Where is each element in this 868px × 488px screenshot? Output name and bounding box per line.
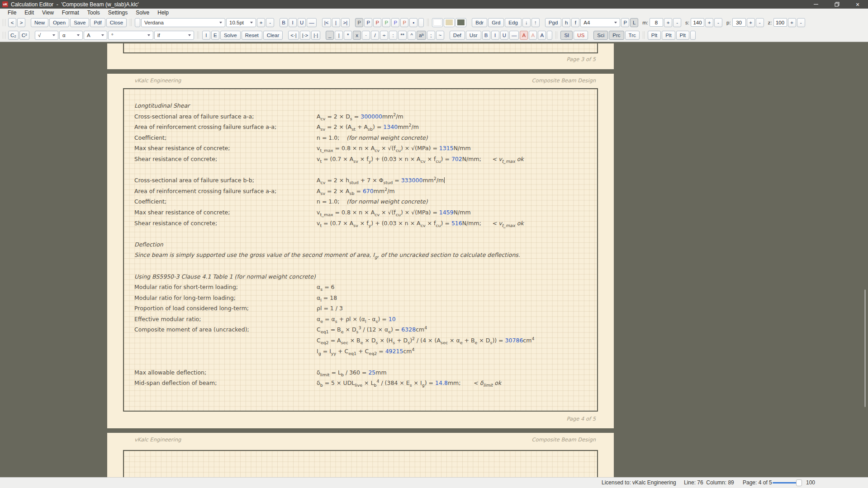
calc-formula[interactable]: δb = 5 × UDLlive × Lb4 / (384 × Es × Ig)… xyxy=(317,378,597,389)
blank-button[interactable] xyxy=(547,31,552,40)
calc-formula[interactable]: vt_max = 0.8 × n × Acv × √(fcu) × √(MPa)… xyxy=(317,143,597,154)
nav-back-button[interactable]: < xyxy=(8,18,16,27)
calc-formula[interactable]: Ig = Iyy + Ceq1 + Ceq2 = 49215cm4 xyxy=(317,346,597,357)
calc-formula[interactable]: δlimit = Lb / 360 = 25mm xyxy=(317,367,597,378)
plot-2-button[interactable]: Plt xyxy=(662,31,675,40)
font-size-select[interactable]: 10.5pt xyxy=(226,18,256,27)
tab-left-button[interactable]: <·| xyxy=(288,31,299,40)
menu-help[interactable]: Help xyxy=(153,9,173,16)
portrait-button[interactable]: P xyxy=(621,18,629,27)
symbol-select[interactable]: A xyxy=(84,31,107,40)
op-colon-button[interactable]: : xyxy=(389,31,397,40)
calc-label[interactable]: Coefficient; xyxy=(134,133,317,143)
sqrt-function-select[interactable]: √ xyxy=(35,31,58,40)
op-exponent-button[interactable]: aᵇ xyxy=(417,31,426,40)
blank-button[interactable] xyxy=(690,31,696,40)
insert-e-button[interactable]: E xyxy=(211,31,219,40)
header-button[interactable]: h xyxy=(562,18,570,27)
menu-format[interactable]: Format xyxy=(58,9,83,16)
op-slash-button[interactable]: / xyxy=(371,31,379,40)
calc-formula[interactable]: Asv = 2 × Asb = 670mm2/m xyxy=(317,186,597,197)
font-color-pink-button[interactable]: A xyxy=(529,31,537,40)
menu-tools[interactable]: Tools xyxy=(83,9,104,16)
page-down-button[interactable]: Pgd xyxy=(545,18,561,27)
position-plus-button[interactable]: + xyxy=(747,18,755,27)
superscript-button[interactable]: C² xyxy=(19,31,29,40)
calc-label[interactable]: Shear resistance of concrete; xyxy=(134,154,317,165)
spacing-minus-button[interactable]: - xyxy=(714,18,722,27)
menu-view[interactable]: View xyxy=(38,9,58,16)
calc-label[interactable]: Effective modular ratio; xyxy=(134,314,317,325)
unit-select[interactable]: ° xyxy=(108,31,153,40)
font-size-minus-button[interactable]: - xyxy=(266,18,274,27)
zoom-slider-handle[interactable] xyxy=(796,479,802,486)
plot-1-button[interactable]: Plt xyxy=(648,31,661,40)
paragraph-style-2-button[interactable]: P xyxy=(364,18,372,27)
paragraph-style-6-button[interactable]: P xyxy=(400,18,408,27)
calc-label[interactable]: Proportion of load considered long-term; xyxy=(134,303,317,314)
op-caret-button[interactable]: ^ xyxy=(408,31,416,40)
move-up-button[interactable]: ↑ xyxy=(531,18,540,27)
page5-content-box[interactable] xyxy=(123,450,598,477)
note-text[interactable]: Since beam is simply supported use the g… xyxy=(134,250,520,261)
align-right-button[interactable]: >| xyxy=(341,18,350,27)
section-subheading[interactable]: Using BS5950-3 Clause 4.1 Table 1 (for n… xyxy=(134,271,316,282)
position-input[interactable]: 30 xyxy=(732,18,746,27)
calc-formula[interactable]: Acv = 2 × hstud + 7 × Φstud = 333000mm2/… xyxy=(317,175,597,186)
calc-label[interactable]: Composite moment of area (uncracked); xyxy=(134,324,317,335)
us-units-button[interactable]: US xyxy=(574,31,588,40)
solve-button[interactable]: Solve xyxy=(220,31,241,40)
close-button[interactable]: × xyxy=(847,0,868,9)
calc-formula[interactable]: n = 1.0; (for normal weight concrete) xyxy=(317,133,597,143)
calc-formula[interactable]: Ceq1 = Be × Ds3 / (12 × αe) = 6328cm4 xyxy=(317,324,597,335)
vertical-scrollbar-thumb[interactable] xyxy=(864,289,866,407)
calc-label[interactable]: Coefficient; xyxy=(134,196,317,207)
reset-button[interactable]: Reset xyxy=(242,31,262,40)
new-button[interactable]: New xyxy=(31,18,48,27)
restore-button[interactable] xyxy=(826,0,847,9)
calc-label[interactable]: Area of reinforcement crossing failure s… xyxy=(134,122,317,133)
color-swatch-tan[interactable] xyxy=(444,18,455,27)
strike2-button[interactable]: — xyxy=(509,31,519,40)
underline-button[interactable]: U xyxy=(298,18,306,27)
calc-label[interactable] xyxy=(134,346,317,357)
footer-button[interactable]: f xyxy=(571,18,579,27)
calc-label[interactable]: Max shear resistance of concrete; xyxy=(134,207,317,218)
margin-plus-button[interactable]: + xyxy=(664,18,672,27)
blank-button[interactable] xyxy=(135,18,140,27)
precision-button[interactable]: Prc xyxy=(609,31,624,40)
bullet-button[interactable]: • xyxy=(409,18,417,27)
menu-edit[interactable]: Edit xyxy=(20,9,38,16)
calc-label[interactable]: Cross-sectional area of failure surface … xyxy=(134,111,317,122)
user-button[interactable]: Usr xyxy=(466,31,481,40)
calc-label[interactable]: Modular ratio for short-term loading; xyxy=(134,282,317,293)
section-heading[interactable]: Longtitudinal Shear xyxy=(134,100,190,111)
trace-button[interactable]: Trc xyxy=(625,31,640,40)
margin-input[interactable]: 8 xyxy=(650,18,663,27)
underline2-button[interactable]: U xyxy=(500,31,508,40)
op-semicolon-button[interactable]: ; xyxy=(427,31,435,40)
grid-button[interactable]: Grd xyxy=(488,18,504,27)
border-button[interactable]: Bdr xyxy=(472,18,487,27)
font-family-select[interactable]: Verdana xyxy=(141,18,225,27)
section-heading[interactable]: Deflection xyxy=(134,239,163,250)
calc-formula[interactable]: vt = (0.7 × Asv × fy) + (0.03 × n × Acv … xyxy=(317,218,597,229)
edge-button[interactable]: Edg xyxy=(505,18,521,27)
op-underscore-button[interactable]: _ xyxy=(326,31,334,40)
greek-letter-select[interactable]: α xyxy=(59,31,83,40)
zoom-minus-button[interactable]: - xyxy=(797,18,805,27)
calc-label[interactable]: Mid-span deflection of beam; xyxy=(134,378,317,389)
calc-label[interactable]: Modular ratio for long-term loading; xyxy=(134,293,317,303)
si-units-button[interactable]: SI xyxy=(560,31,573,40)
plot-3-button[interactable]: Plt xyxy=(676,31,689,40)
calc-label[interactable] xyxy=(134,335,317,346)
nav-forward-button[interactable]: > xyxy=(17,18,25,27)
close-doc-button[interactable]: Close xyxy=(106,18,127,27)
zoom-slider[interactable] xyxy=(773,482,802,483)
subscript-button[interactable]: C₂ xyxy=(8,31,19,40)
op-dot-button[interactable]: · xyxy=(362,31,370,40)
pdf-button[interactable]: Pdf xyxy=(90,18,105,27)
op-tilde-button[interactable]: ~ xyxy=(436,31,444,40)
spacing-plus-button[interactable]: + xyxy=(705,18,713,27)
op-power-button[interactable]: ** xyxy=(398,31,407,40)
